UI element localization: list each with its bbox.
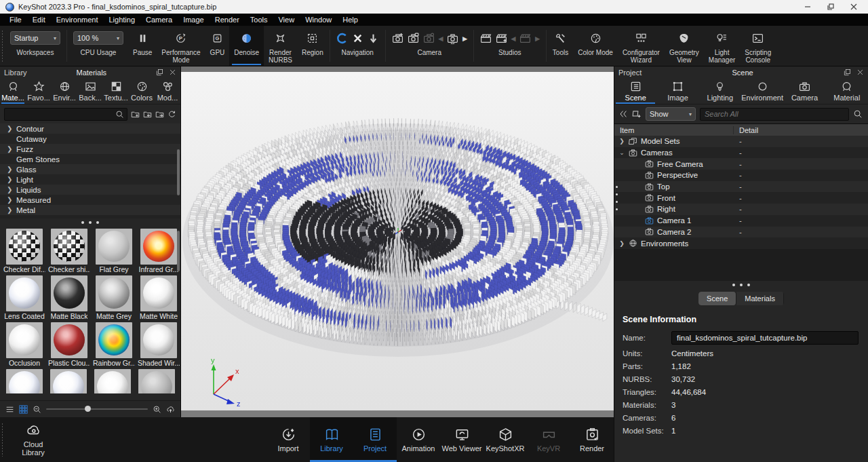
expander-icon[interactable]: ⌄	[618, 149, 625, 156]
subtab-scene[interactable]: Scene	[698, 292, 736, 305]
region-button[interactable]: Region	[297, 26, 328, 66]
category-fuzz[interactable]: ❯Fuzz	[0, 144, 180, 154]
expander-icon[interactable]: ❯	[618, 138, 625, 145]
render-button[interactable]: Render	[570, 417, 614, 462]
render-view[interactable]: y x z	[181, 72, 614, 410]
menu-environment[interactable]: Environment	[51, 16, 104, 24]
configurator-wizard-button[interactable]: Configurator Wizard	[618, 26, 665, 66]
pause-button[interactable]: Pause	[128, 26, 157, 66]
category-metal[interactable]: ❯Metal	[0, 205, 180, 215]
project-tab-camera[interactable]: Camera	[783, 78, 825, 104]
menu-render[interactable]: Render	[210, 16, 245, 24]
expander-icon[interactable]: ❯	[7, 166, 12, 173]
import-folder-icon[interactable]	[143, 110, 152, 119]
project-tab-material[interactable]: Material	[826, 78, 868, 104]
material-checkershi[interactable]: Checker shi...	[48, 229, 90, 274]
animation-button[interactable]: Animation	[397, 417, 440, 462]
material-checkerdif[interactable]: Checker Dif...	[3, 229, 45, 274]
library-tab-envir[interactable]: Envir...	[52, 78, 77, 104]
expander-icon[interactable]: ❯	[7, 145, 12, 153]
detach-panel-icon[interactable]	[844, 69, 851, 76]
performance-mode-button[interactable]: PPerformance Mode	[157, 26, 205, 66]
project-splitter-handle[interactable]	[614, 281, 868, 289]
material-mattewhite[interactable]: Matte White	[138, 275, 180, 321]
tree-row-camera-2[interactable]: Camera 2 -	[614, 227, 868, 238]
geometry-view-button[interactable]: Geometry View	[665, 26, 704, 66]
material-rainbowgr[interactable]: Rainbow Gr...	[93, 322, 135, 368]
expander-icon[interactable]: ❯	[7, 186, 12, 193]
library-search-input[interactable]	[4, 108, 127, 121]
expander-icon[interactable]: ❯	[7, 176, 12, 183]
project-tab-environment[interactable]: Environment	[741, 78, 783, 104]
denoise-button[interactable]: Denoise	[229, 26, 264, 66]
project-tab-scene[interactable]: Scene	[614, 78, 656, 104]
tree-row-environments[interactable]: ❯ Environments	[614, 237, 868, 249]
thumbnail-size-slider[interactable]	[46, 408, 148, 410]
material-matteblack[interactable]: Matte Black	[48, 275, 90, 321]
menu-tools[interactable]: Tools	[245, 16, 273, 24]
material-plasticclou[interactable]: Plastic Clou...	[48, 322, 90, 368]
web-viewer-button[interactable]: Web Viewer	[440, 417, 484, 462]
render-nurbs-button[interactable]: Render NURBS	[264, 26, 297, 66]
tree-column-detail[interactable]: Detail	[734, 126, 868, 134]
menu-image[interactable]: Image	[178, 16, 210, 24]
navigation-group[interactable]: Navigation	[332, 26, 384, 66]
tree-row-cameras[interactable]: ⌄ Cameras -	[614, 147, 868, 159]
add-model-set-icon[interactable]	[632, 109, 642, 119]
import-button[interactable]: Import	[267, 417, 310, 462]
realtime-viewport[interactable]: y x z	[181, 66, 614, 417]
expander-icon[interactable]: ❯	[7, 206, 12, 214]
restore-button[interactable]	[819, 0, 842, 14]
tree-row-front[interactable]: Front -	[614, 192, 868, 204]
panel-resize-handle[interactable]	[616, 186, 618, 210]
refresh-icon[interactable]	[167, 110, 176, 119]
expander-icon[interactable]: ❯	[7, 125, 12, 132]
domino-spiral-render[interactable]	[181, 72, 614, 410]
grid-view-icon[interactable]	[19, 405, 28, 414]
close-panel-icon[interactable]	[856, 69, 864, 76]
workspaces-dropdown[interactable]: Startup▾	[10, 31, 60, 45]
material-infraredgr[interactable]: Infrared Gr...	[138, 229, 180, 274]
gpu-button[interactable]: GGPU	[205, 26, 230, 66]
tree-row-top[interactable]: Top -	[614, 181, 868, 193]
upload-cloud-icon[interactable]	[166, 405, 175, 414]
material-mattegrey[interactable]: Matte Grey	[93, 275, 135, 321]
project-tab-image[interactable]: Image	[656, 78, 698, 104]
color-mode-button[interactable]: Color Mode	[573, 26, 618, 66]
menu-lighting[interactable]: Lighting	[103, 16, 140, 24]
project-tab-lighting[interactable]: Lighting	[699, 78, 741, 104]
project-button[interactable]: Project	[353, 417, 397, 462]
prev-camera-icon[interactable]: ◂	[439, 33, 443, 43]
material-occlusion[interactable]: Occlusion	[3, 322, 45, 368]
library-tab-mate[interactable]: Mate...	[0, 78, 26, 104]
add-folder-icon[interactable]	[131, 110, 140, 119]
material-partial[interactable]	[92, 369, 133, 393]
category-contour[interactable]: ❯Contour	[0, 123, 180, 134]
tree-row-free-camera[interactable]: Free Camera -	[614, 158, 868, 170]
material-lenscoated[interactable]: Lens Coated	[3, 275, 45, 321]
library-splitter-handle[interactable]	[0, 218, 180, 227]
scene-search-input[interactable]	[705, 110, 844, 118]
library-tab-colors[interactable]: Colors	[129, 78, 155, 104]
category-liquids[interactable]: ❯Liquids	[0, 185, 180, 195]
close-button[interactable]	[842, 0, 865, 14]
detach-panel-icon[interactable]	[156, 69, 163, 76]
tree-row-model-sets[interactable]: ❯ Model Sets -	[614, 136, 868, 147]
expander-icon[interactable]: ❯	[618, 240, 625, 247]
close-panel-icon[interactable]	[169, 69, 176, 76]
thumbnails-scrollbar[interactable]	[177, 231, 180, 271]
minimize-button[interactable]	[796, 0, 819, 14]
next-studio-icon[interactable]: ▸	[535, 33, 540, 43]
material-flatgrey[interactable]: Flat Grey	[93, 229, 135, 274]
menu-help[interactable]: Help	[337, 16, 363, 24]
keyshotxr-button[interactable]: KeyShotXR	[484, 417, 527, 462]
scripting-console-button[interactable]: Scripting Console	[740, 26, 776, 66]
category-scrollbar[interactable]	[177, 149, 180, 195]
cloud-library-button[interactable]: Cloud Library	[7, 417, 60, 462]
category-cutaway[interactable]: Cutaway	[0, 134, 180, 144]
light-manager-button[interactable]: Light Manager	[704, 26, 740, 66]
menu-file[interactable]: File	[4, 16, 27, 24]
tools-button[interactable]: Tools	[548, 26, 573, 66]
studios-group[interactable]: ◂▸Studios	[475, 26, 545, 66]
tree-row-perspective[interactable]: Perspective -	[614, 170, 868, 181]
